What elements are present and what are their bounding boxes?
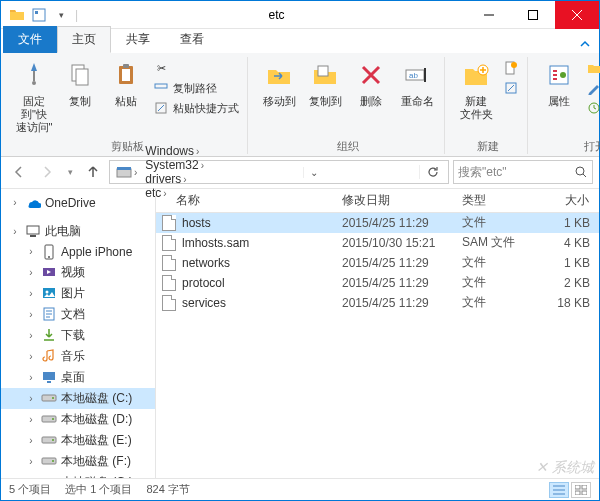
paste-shortcut-button[interactable]: 粘贴快捷方式 xyxy=(151,99,241,117)
ribbon-collapse-button[interactable] xyxy=(571,37,599,53)
tree-node[interactable]: ›视频 xyxy=(1,262,155,283)
rename-button[interactable]: ab 重命名 xyxy=(396,57,438,110)
minimize-button[interactable] xyxy=(467,1,511,29)
file-size: 1 KB xyxy=(526,216,596,230)
copy-path-button[interactable]: 复制路径 xyxy=(151,79,241,97)
svg-rect-36 xyxy=(117,167,131,170)
breadcrumb-segment[interactable]: System32› xyxy=(141,158,208,172)
cut-button[interactable]: ✂ xyxy=(151,59,241,77)
expand-icon[interactable]: › xyxy=(25,393,37,404)
drive-icon xyxy=(41,453,57,469)
open-button[interactable]: 打开 xyxy=(584,59,600,77)
file-row[interactable]: lmhosts.sam2015/10/30 15:21SAM 文件4 KB xyxy=(156,233,599,253)
tree-node[interactable]: ›图片 xyxy=(1,283,155,304)
maximize-button[interactable] xyxy=(511,1,555,29)
expand-icon[interactable]: › xyxy=(25,309,37,320)
file-row[interactable]: services2015/4/25 11:29文件18 KB xyxy=(156,293,599,313)
expand-icon[interactable]: › xyxy=(25,456,37,467)
svg-rect-35 xyxy=(117,169,131,177)
expand-icon[interactable]: › xyxy=(9,226,21,237)
tree-node[interactable]: ›音乐 xyxy=(1,346,155,367)
qat-properties-icon[interactable] xyxy=(31,7,47,23)
tab-home[interactable]: 主页 xyxy=(57,26,111,53)
refresh-button[interactable] xyxy=(419,165,446,179)
edit-button[interactable]: 编辑 xyxy=(584,79,600,97)
file-size: 4 KB xyxy=(526,236,596,250)
history-button[interactable]: 历史记录 xyxy=(584,99,600,117)
address-dropdown-icon[interactable]: ⌄ xyxy=(303,167,324,178)
breadcrumb-segment[interactable]: drivers› xyxy=(141,172,208,186)
expand-icon[interactable]: › xyxy=(25,414,37,425)
file-type: 文件 xyxy=(456,214,526,231)
file-type: 文件 xyxy=(456,254,526,271)
paste-button[interactable]: 粘贴 xyxy=(105,57,147,110)
tree-node[interactable]: ›OneDrive xyxy=(1,193,155,213)
qat-separator: | xyxy=(75,8,78,22)
properties-button[interactable]: 属性 xyxy=(538,57,580,110)
tree-node[interactable]: ›文档 xyxy=(1,304,155,325)
copy-button[interactable]: 复制 xyxy=(59,57,101,110)
svg-point-37 xyxy=(576,167,584,175)
col-date[interactable]: 修改日期 xyxy=(336,192,456,209)
delete-button[interactable]: 删除 xyxy=(350,57,392,110)
tree-node[interactable]: ›下载 xyxy=(1,325,155,346)
svg-point-4 xyxy=(32,81,36,85)
tree-node[interactable]: ›本地磁盘 (E:) xyxy=(1,430,155,451)
col-type[interactable]: 类型 xyxy=(456,192,526,209)
nav-up-button[interactable] xyxy=(81,160,105,184)
address-bar[interactable]: › Windows›System32›drivers›etc› ⌄ xyxy=(109,160,449,184)
view-details-button[interactable] xyxy=(549,482,569,498)
file-icon xyxy=(162,235,176,251)
copy-to-button[interactable]: 复制到 xyxy=(304,57,346,110)
expand-icon[interactable]: › xyxy=(25,435,37,446)
new-item-button[interactable] xyxy=(501,59,521,77)
tree-label: 音乐 xyxy=(61,348,85,365)
tree-node[interactable]: ›本地磁盘 (C:) xyxy=(1,388,155,409)
expand-icon[interactable]: › xyxy=(25,246,37,257)
svg-rect-62 xyxy=(575,485,580,489)
expand-icon[interactable]: › xyxy=(25,288,37,299)
search-input[interactable]: 搜索"etc" xyxy=(453,160,593,184)
expand-icon[interactable]: › xyxy=(25,330,37,341)
tree-node[interactable]: ›此电脑 xyxy=(1,221,155,242)
tree-label: 视频 xyxy=(61,264,85,281)
close-button[interactable] xyxy=(555,1,599,29)
tab-view[interactable]: 查看 xyxy=(165,26,219,53)
col-name[interactable]: 名称 xyxy=(156,192,336,209)
view-thumbnails-button[interactable] xyxy=(571,482,591,498)
col-size[interactable]: 大小 xyxy=(526,192,596,209)
nav-recent-dropdown[interactable]: ▾ xyxy=(63,160,77,184)
svg-point-18 xyxy=(511,62,517,68)
expand-icon[interactable]: › xyxy=(25,372,37,383)
file-name: services xyxy=(182,296,226,310)
svg-rect-15 xyxy=(424,68,426,82)
tree-node[interactable]: ›本地磁盘 (D:) xyxy=(1,409,155,430)
tab-share[interactable]: 共享 xyxy=(111,26,165,53)
breadcrumb-root-icon[interactable]: › xyxy=(112,165,141,179)
nav-forward-button[interactable] xyxy=(35,160,59,184)
tree-node[interactable]: ›桌面 xyxy=(1,367,155,388)
ribbon-group-organize: 移动到 复制到 删除 ab 重命名 组织 xyxy=(252,57,445,154)
tree-node[interactable]: ›本地磁盘 (F:) xyxy=(1,451,155,472)
nav-back-button[interactable] xyxy=(7,160,31,184)
pin-to-quick-access-button[interactable]: 固定到"快 速访问" xyxy=(13,57,55,137)
breadcrumb-segment[interactable]: Windows› xyxy=(141,144,208,158)
tree-label: 文档 xyxy=(61,306,85,323)
easy-access-button[interactable] xyxy=(501,79,521,97)
expand-icon[interactable]: › xyxy=(25,267,37,278)
expand-icon[interactable]: › xyxy=(25,351,37,362)
expand-icon[interactable]: › xyxy=(9,197,21,208)
svg-rect-12 xyxy=(318,66,328,76)
file-list[interactable]: hosts2015/4/25 11:29文件1 KBlmhosts.sam201… xyxy=(156,213,599,478)
svg-rect-65 xyxy=(582,491,587,495)
nav-tree[interactable]: ›OneDrive›此电脑›Apple iPhone›视频›图片›文档›下载›音… xyxy=(1,189,156,478)
tab-file[interactable]: 文件 xyxy=(3,26,57,53)
tree-node[interactable]: ›Apple iPhone xyxy=(1,242,155,262)
svg-point-41 xyxy=(48,256,50,258)
qat-dropdown-icon[interactable]: ▾ xyxy=(53,7,69,23)
new-folder-button[interactable]: 新建 文件夹 xyxy=(455,57,497,123)
file-row[interactable]: protocol2015/4/25 11:29文件2 KB xyxy=(156,273,599,293)
file-row[interactable]: networks2015/4/25 11:29文件1 KB xyxy=(156,253,599,273)
move-to-button[interactable]: 移动到 xyxy=(258,57,300,110)
file-row[interactable]: hosts2015/4/25 11:29文件1 KB xyxy=(156,213,599,233)
